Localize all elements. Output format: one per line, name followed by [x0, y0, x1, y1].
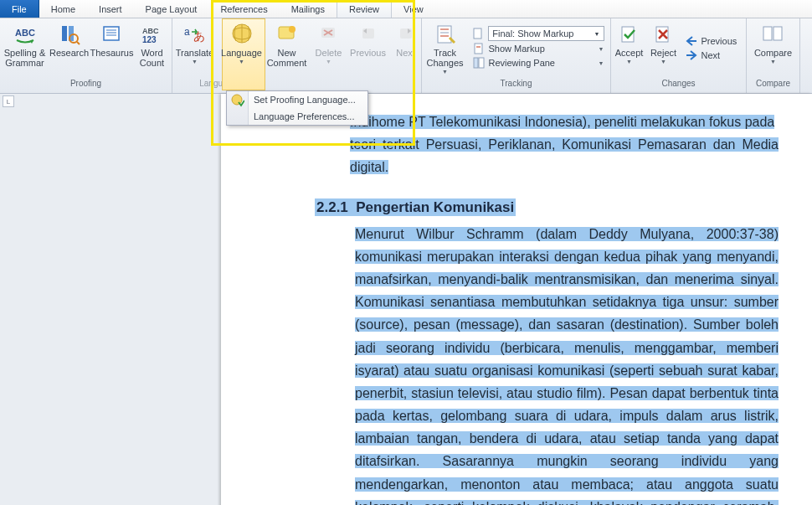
spelling-label: Spelling &Grammar: [4, 48, 46, 68]
ribbon-tabs: File Home Insert Page Layout References …: [0, 0, 812, 18]
pane-icon: [472, 56, 486, 70]
translate-button[interactable]: aあ Translate ▼: [174, 20, 216, 75]
section-number: 2.2.1: [316, 199, 348, 215]
svg-rect-25: [474, 28, 481, 39]
tab-mailings[interactable]: Mailings: [280, 0, 337, 18]
svg-rect-34: [763, 27, 772, 40]
track-changes-label: TrackChanges: [426, 48, 463, 68]
svg-text:123: 123: [142, 35, 157, 44]
svg-rect-21: [438, 26, 451, 43]
group-changes-label: Changes: [616, 75, 741, 90]
ribbon: ABC Spelling &Grammar Research Thesaurus…: [0, 18, 812, 94]
svg-rect-35: [773, 27, 782, 40]
language-button[interactable]: Language ▼: [221, 20, 263, 75]
new-comment-button[interactable]: NewComment: [266, 20, 308, 75]
chevron-down-icon: ▼: [599, 46, 604, 52]
previous-icon: [355, 22, 382, 47]
delete-comment-button[interactable]: Delete ▼: [313, 20, 345, 75]
section-title: Pengertian Komunikasi: [356, 199, 514, 215]
word-count-button[interactable]: ABC123 WordCount: [136, 20, 168, 75]
group-proofing-label: Proofing: [5, 75, 167, 90]
svg-rect-5: [104, 27, 119, 40]
svg-rect-26: [475, 44, 482, 54]
accept-label: Accept: [615, 48, 644, 58]
svg-point-36: [232, 95, 242, 105]
next-icon: [393, 22, 419, 47]
next-change-button[interactable]: Next: [681, 49, 745, 62]
compare-button[interactable]: Compare ▼: [753, 20, 794, 75]
chevron-down-icon: ▼: [770, 59, 776, 64]
new-comment-icon: [274, 22, 301, 47]
svg-text:ABC: ABC: [142, 27, 159, 35]
svg-rect-20: [400, 28, 412, 39]
svg-rect-29: [479, 58, 484, 68]
next-change-label: Next: [702, 50, 721, 60]
svg-point-15: [289, 26, 296, 33]
accept-button[interactable]: Accept ▼: [613, 20, 646, 75]
next-label: Next: [396, 48, 415, 58]
group-comments: NewComment Delete ▼ Previous Next: [265, 18, 422, 93]
chevron-down-icon: ▼: [442, 69, 448, 75]
compare-icon: [760, 22, 787, 47]
translate-icon: aあ: [182, 22, 208, 47]
group-comments-label: [270, 75, 416, 90]
reviewing-pane-label: Reviewing Pane: [489, 58, 556, 68]
spelling-grammar-button[interactable]: ABC Spelling &Grammar: [4, 20, 46, 75]
globe-icon: [229, 22, 255, 47]
chevron-down-icon: ▼: [599, 60, 604, 66]
reject-button[interactable]: Reject ▼: [648, 20, 680, 75]
intro-paragraph: Indihome PT Telekomunikasi Indonesia), p…: [350, 111, 779, 179]
svg-rect-1: [62, 26, 67, 41]
tab-references[interactable]: References: [208, 0, 279, 18]
word-count-label: WordCount: [140, 48, 164, 68]
research-button[interactable]: Research: [51, 20, 88, 75]
group-proofing: ABC Spelling &Grammar Research Thesaurus…: [0, 18, 172, 93]
new-comment-label: NewComment: [267, 48, 307, 68]
group-compare: Compare ▼ Compare: [747, 18, 800, 93]
language-preferences-item[interactable]: Language Preferences...: [227, 108, 367, 125]
next-comment-button[interactable]: Next: [392, 20, 420, 75]
display-for-review-select[interactable]: Final: Show Markup▼: [469, 26, 608, 41]
chevron-down-icon: ▼: [594, 31, 600, 37]
tab-review[interactable]: Review: [337, 0, 392, 18]
chevron-down-icon: ▼: [192, 59, 198, 64]
word-count-icon: ABC123: [139, 22, 166, 47]
previous-change-button[interactable]: Previous: [681, 34, 745, 48]
research-icon: [56, 22, 83, 47]
language-prefs-label: Language Preferences...: [254, 111, 354, 121]
set-proofing-language-item[interactable]: Set Proofing Language...: [227, 91, 367, 108]
group-tracking-label: Tracking: [427, 75, 605, 90]
show-markup-button[interactable]: Show Markup ▼: [469, 42, 608, 55]
spelling-icon: ABC: [12, 22, 39, 47]
tab-insert[interactable]: Insert: [87, 0, 134, 18]
track-changes-button[interactable]: TrackChanges ▼: [425, 20, 465, 75]
research-label: Research: [49, 48, 89, 58]
intro-line-1: Indihome PT Telekomunikasi Indonesia), p…: [350, 115, 774, 129]
delete-icon: [316, 22, 342, 47]
ruler-corner[interactable]: L: [3, 95, 14, 107]
thesaurus-button[interactable]: Thesaurus: [93, 20, 131, 75]
tab-home[interactable]: Home: [39, 0, 87, 18]
svg-line-4: [77, 42, 80, 44]
reviewing-pane-button[interactable]: Reviewing Pane ▼: [469, 56, 608, 70]
previous-comment-button[interactable]: Previous: [350, 20, 387, 75]
reject-icon: [650, 22, 677, 47]
markup-icon: [472, 42, 486, 55]
document-page: Indihome PT Telekomunikasi Indonesia), p…: [221, 94, 812, 505]
track-changes-icon: [432, 22, 459, 47]
chevron-down-icon: ▼: [626, 59, 632, 64]
tab-view[interactable]: View: [392, 0, 435, 18]
arrow-left-icon: [685, 34, 698, 48]
tab-page-layout[interactable]: Page Layout: [134, 0, 209, 18]
globe-check-icon: [231, 94, 244, 107]
intro-line-2: teori terkait Persuasi, Periklanan, Komu…: [350, 137, 779, 174]
svg-rect-28: [474, 58, 478, 68]
language-label: Language: [221, 48, 262, 58]
delete-label: Delete: [316, 48, 342, 58]
tab-file[interactable]: File: [0, 0, 39, 18]
chevron-down-icon: ▼: [660, 59, 666, 64]
chevron-down-icon: ▼: [239, 59, 244, 64]
show-markup-label: Show Markup: [489, 44, 545, 54]
group-tracking: TrackChanges ▼ Final: Show Markup▼ Show …: [422, 18, 611, 93]
accept-icon: [616, 22, 643, 47]
